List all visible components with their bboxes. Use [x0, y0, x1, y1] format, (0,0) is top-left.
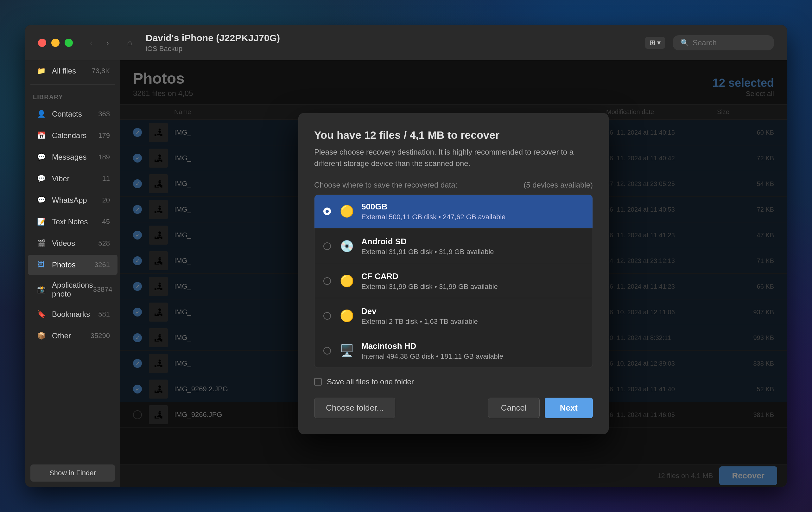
- sidebar-count-messages: 189: [98, 153, 110, 161]
- radio-macintosh-hd[interactable]: [323, 347, 331, 354]
- bookmarks-icon: 🔖: [35, 309, 47, 320]
- search-icon: 🔍: [680, 39, 689, 47]
- content-area: 📁 All files 73,8K Library 👤 Contacts 363…: [25, 60, 787, 487]
- radio-dev[interactable]: [323, 312, 331, 320]
- forward-button[interactable]: ›: [102, 37, 113, 49]
- modal-actions: Choose folder... Cancel Next: [314, 398, 593, 418]
- device-option-macintosh-hd[interactable]: 🖥️ Macintosh HD Internal 494,38 GB disk …: [315, 334, 592, 368]
- sidebar-count-all-files: 73,8K: [92, 67, 110, 75]
- traffic-lights: [38, 39, 73, 47]
- messages-icon: 💬: [35, 151, 47, 163]
- radio-500gb[interactable]: [323, 207, 331, 215]
- sidebar-item-all-files[interactable]: 📁 All files 73,8K: [28, 61, 117, 81]
- sidebar-item-other[interactable]: 📦 Other 35290: [28, 326, 117, 346]
- contacts-icon: 👤: [35, 108, 47, 120]
- sidebar-label-videos: Videos: [52, 239, 98, 248]
- other-icon: 📦: [35, 330, 47, 342]
- sidebar-label-whatsapp: WhatsApp: [52, 196, 102, 205]
- sidebar-item-messages[interactable]: 💬 Messages 189: [28, 147, 117, 167]
- device-icon-android-sd: 💿: [339, 238, 355, 254]
- close-button[interactable]: [38, 39, 46, 47]
- save-all-checkbox[interactable]: [314, 378, 322, 386]
- sidebar-count-other: 35290: [91, 332, 110, 340]
- sidebar-label-photos: Photos: [52, 260, 94, 269]
- device-details-android-sd: Android SD External 31,91 GB disk • 31,9…: [361, 237, 584, 256]
- sidebar-item-photos[interactable]: 🖼 Photos 3261: [28, 255, 117, 275]
- sidebar-item-calendars[interactable]: 📅 Calendars 179: [28, 125, 117, 146]
- home-icon[interactable]: ⌂: [123, 36, 136, 50]
- device-icon-dev: 🟡: [339, 308, 355, 324]
- sidebar-label-bookmarks: Bookmarks: [52, 310, 98, 319]
- cancel-button[interactable]: Cancel: [488, 398, 540, 418]
- device-details-macintosh-hd: Macintosh HD Internal 494,38 GB disk • 1…: [361, 341, 584, 361]
- device-info: David's iPhone (J22PKJJ70G) iOS Backup: [146, 33, 645, 53]
- device-details-500gb: 500GB External 500,11 GB disk • 247,62 G…: [361, 202, 584, 221]
- sidebar-count-contacts: 363: [98, 110, 110, 118]
- sidebar-label-calendars: Calendars: [52, 131, 98, 140]
- radio-cf-card[interactable]: [323, 277, 331, 285]
- device-icon-cf-card: 🟡: [339, 273, 355, 289]
- device-option-500gb[interactable]: 🟡 500GB External 500,11 GB disk • 247,62…: [315, 195, 592, 228]
- sidebar-label-all-files: All files: [52, 66, 92, 76]
- save-folder-row: Save all files to one folder: [314, 377, 593, 386]
- videos-icon: 🎬: [35, 238, 47, 249]
- modal-section-label: Choose where to save the recovered data:…: [314, 180, 593, 190]
- device-details-dev: Dev External 2 TB disk • 1,63 TB availab…: [361, 306, 584, 326]
- minimize-button[interactable]: [51, 39, 60, 47]
- photos-icon: 🖼: [35, 259, 47, 271]
- search-box: 🔍: [673, 35, 774, 50]
- sidebar-item-bookmarks[interactable]: 🔖 Bookmarks 581: [28, 304, 117, 324]
- toolbar-right: ⊞ ▾ 🔍: [645, 35, 774, 50]
- device-name-dev: Dev: [361, 306, 584, 316]
- device-name: David's iPhone (J22PKJJ70G): [146, 33, 645, 44]
- radio-android-sd[interactable]: [323, 243, 331, 250]
- next-button[interactable]: Next: [545, 398, 593, 418]
- title-bar: ‹ › ⌂ David's iPhone (J22PKJJ70G) iOS Ba…: [25, 25, 787, 60]
- maximize-button[interactable]: [65, 39, 73, 47]
- device-option-dev[interactable]: 🟡 Dev External 2 TB disk • 1,63 TB avail…: [315, 300, 592, 333]
- device-info-cf-card: External 31,99 GB disk • 31,99 GB availa…: [361, 283, 584, 291]
- viber-icon: 💬: [35, 173, 47, 184]
- device-name-macintosh-hd: Macintosh HD: [361, 341, 584, 351]
- sidebar-label-other: Other: [52, 332, 91, 340]
- device-option-android-sd[interactable]: 💿 Android SD External 31,91 GB disk • 31…: [315, 230, 592, 263]
- view-toggle[interactable]: ⊞ ▾: [645, 37, 665, 49]
- appphoto-icon: 📸: [35, 284, 47, 295]
- sidebar-count-calendars: 179: [98, 132, 110, 140]
- sidebar-label-viber: Viber: [52, 174, 102, 183]
- device-list: 🟡 500GB External 500,11 GB disk • 247,62…: [314, 195, 593, 368]
- main-window: ‹ › ⌂ David's iPhone (J22PKJJ70G) iOS Ba…: [25, 25, 787, 487]
- modal-title: You have 12 files / 4,1 MB to recover: [314, 129, 593, 141]
- device-name-500gb: 500GB: [361, 202, 584, 211]
- show-in-finder-button[interactable]: Show in Finder: [30, 464, 115, 482]
- modal-description: Please choose recovery destination. It i…: [314, 146, 593, 169]
- sidebar-section-library: Library: [25, 87, 120, 103]
- device-subtitle: iOS Backup: [146, 45, 645, 53]
- sidebar-item-viber[interactable]: 💬 Viber 11: [28, 169, 117, 189]
- sidebar-item-whatsapp[interactable]: 💬 WhatsApp 20: [28, 190, 117, 210]
- search-input[interactable]: [693, 38, 756, 47]
- sidebar-count-whatsapp: 20: [102, 196, 110, 204]
- sidebar-label-messages: Messages: [52, 153, 98, 162]
- back-button[interactable]: ‹: [86, 37, 97, 49]
- sidebar-item-appphoto[interactable]: 📸 Applications photo 33874: [28, 276, 117, 303]
- device-name-android-sd: Android SD: [361, 237, 584, 247]
- sidebar-item-contacts[interactable]: 👤 Contacts 363: [28, 104, 117, 124]
- sidebar-item-videos[interactable]: 🎬 Videos 528: [28, 233, 117, 253]
- recovery-modal: You have 12 files / 4,1 MB to recover Pl…: [298, 113, 609, 434]
- sidebar-count-photos: 3261: [94, 261, 110, 269]
- sidebar: 📁 All files 73,8K Library 👤 Contacts 363…: [25, 60, 120, 487]
- sidebar-count-appphoto: 33874: [93, 285, 112, 294]
- device-info-dev: External 2 TB disk • 1,63 TB available: [361, 317, 584, 326]
- sidebar-count-bookmarks: 581: [98, 310, 110, 318]
- sidebar-count-videos: 528: [98, 239, 110, 248]
- modal-right-actions: Cancel Next: [488, 398, 593, 418]
- device-info-macintosh-hd: Internal 494,38 GB disk • 181,11 GB avai…: [361, 352, 584, 361]
- sidebar-count-viber: 11: [102, 175, 110, 183]
- sidebar-item-textnotes[interactable]: 📝 Text Notes 45: [28, 211, 117, 232]
- sidebar-count-textnotes: 45: [102, 218, 110, 226]
- sidebar-label-appphoto: Applications photo: [52, 281, 93, 298]
- modal-overlay: You have 12 files / 4,1 MB to recover Pl…: [120, 60, 787, 487]
- device-option-cf-card[interactable]: 🟡 CF CARD External 31,99 GB disk • 31,99…: [315, 264, 592, 298]
- choose-folder-button[interactable]: Choose folder...: [314, 398, 395, 418]
